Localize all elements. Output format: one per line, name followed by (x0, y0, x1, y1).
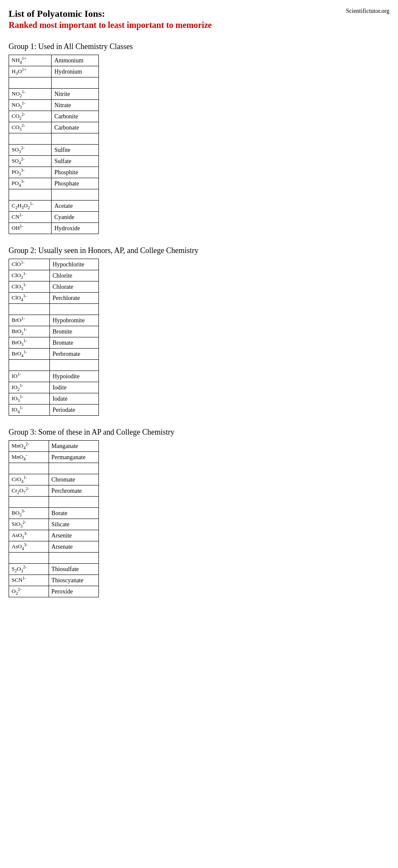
table-row: BrO1-Hypobromite (9, 315, 99, 326)
table-row: SCN1-Thioscyanate (9, 575, 99, 586)
name-cell: Hypochlorite (50, 259, 99, 270)
name-cell: Bromate (50, 337, 99, 348)
name-cell: Bromite (50, 326, 99, 337)
formula-cell: IO41- (9, 404, 50, 415)
formula-cell: SO42- (9, 155, 52, 167)
name-cell: Sulfite (52, 144, 99, 155)
formula-cell: BrO21- (9, 326, 50, 337)
table-row: IO41-Periodate (9, 404, 99, 415)
table-row (9, 303, 99, 315)
table-row: ClO41-Perchlorate (9, 292, 99, 303)
formula-cell: ClO31- (9, 281, 50, 292)
name-cell: Carbonate (52, 122, 99, 133)
formula-cell (9, 496, 49, 507)
table-row: SO32-Sulfite (9, 144, 99, 155)
table-row: AsO33-Arsenite (9, 530, 99, 541)
formula-cell: C2H3O21- (9, 200, 52, 211)
formula-cell: SCN1- (9, 575, 49, 586)
table-row (9, 189, 99, 200)
name-cell: Acetate (52, 200, 99, 211)
formula-cell: BrO41- (9, 348, 50, 359)
name-cell: Hypoiodite (50, 371, 99, 382)
formula-cell: IO21- (9, 382, 50, 393)
name-cell (50, 359, 99, 371)
name-cell: Sulfate (52, 155, 99, 167)
name-cell: Chromate (49, 474, 98, 485)
table-row: Cr2O72-Perchromate (9, 485, 99, 496)
formula-cell: NO21- (9, 88, 52, 99)
table-row (9, 77, 99, 88)
table-row (9, 463, 99, 474)
formula-cell: ClO41- (9, 292, 50, 303)
site-url: Scientifictutor.org (346, 8, 389, 15)
formula-cell: S2O32- (9, 563, 49, 575)
name-cell (49, 552, 98, 563)
formula-cell: OH1- (9, 222, 52, 234)
formula-cell (9, 303, 50, 315)
table-row: BrO41-Perbromate (9, 348, 99, 359)
name-cell (49, 496, 98, 507)
name-cell: Periodate (50, 404, 99, 415)
formula-cell: CO22- (9, 111, 52, 122)
formula-cell (9, 463, 49, 474)
table-row: NO21-Nitrite (9, 88, 99, 99)
table-row: AsO43-Arsenate (9, 541, 99, 552)
name-cell: Manganate (49, 440, 98, 451)
name-cell (49, 463, 98, 474)
formula-cell: CO32- (9, 122, 52, 133)
formula-cell: H3O1+ (9, 66, 52, 77)
name-cell: Hydronium (52, 66, 99, 77)
formula-cell: BO33- (9, 507, 49, 519)
table-row: OH1-Hydroxide (9, 222, 99, 234)
formula-cell: O22- (9, 586, 49, 597)
formula-cell: BrO31- (9, 337, 50, 348)
formula-cell: CrO41- (9, 474, 49, 485)
formula-cell: Cr2O72- (9, 485, 49, 496)
table-row: BrO21-Bromite (9, 326, 99, 337)
group3-table: MnO42-ManganateMnO4-Permanganate CrO41-C… (9, 440, 99, 597)
name-cell: Nitrite (52, 88, 99, 99)
name-cell: Perchromate (49, 485, 98, 496)
table-row: MnO42-Manganate (9, 440, 99, 451)
name-cell (50, 303, 99, 315)
name-cell (52, 77, 99, 88)
table-row: NH41+Ammonium (9, 55, 99, 66)
formula-cell (9, 133, 52, 144)
page-header: List of Polyatomic Ions: Ranked most imp… (9, 8, 389, 30)
group2-heading: Group 2: Usually seen in Honors, AP, and… (9, 246, 389, 255)
formula-cell (9, 77, 52, 88)
name-cell: Phosphite (52, 167, 99, 178)
table-row (9, 496, 99, 507)
table-row: O22-Peroxide (9, 586, 99, 597)
table-row: CO22-Carbonite (9, 111, 99, 122)
page-title: List of Polyatomic Ions: (9, 8, 212, 20)
table-row: IO31-Iodate (9, 393, 99, 404)
formula-cell: CN1- (9, 211, 52, 222)
formula-cell: MnO42- (9, 440, 49, 451)
formula-cell: NH41+ (9, 55, 52, 66)
table-row: C2H3O21-Acetate (9, 200, 99, 211)
table-row: BO33-Borate (9, 507, 99, 519)
name-cell: Iodate (50, 393, 99, 404)
name-cell: Hydroxide (52, 222, 99, 234)
name-cell: Perbromate (50, 348, 99, 359)
formula-cell: SiO32- (9, 519, 49, 530)
table-row: PO33-Phosphite (9, 167, 99, 178)
table-row (9, 552, 99, 563)
table-row: CN1-Cyanide (9, 211, 99, 222)
table-row: CrO41-Chromate (9, 474, 99, 485)
table-row: ClO21-Chlorite (9, 270, 99, 281)
formula-cell: ClO1- (9, 259, 50, 270)
name-cell: Hypobromite (50, 315, 99, 326)
name-cell: Silicate (49, 519, 98, 530)
name-cell: Iodite (50, 382, 99, 393)
table-row: ClO31-Chlorate (9, 281, 99, 292)
formula-cell: BrO1- (9, 315, 50, 326)
formula-cell: MnO4- (9, 451, 49, 463)
name-cell: Perchlorate (50, 292, 99, 303)
name-cell: Thiosulfate (49, 563, 98, 575)
formula-cell: SO32- (9, 144, 52, 155)
group3-heading: Group 3: Some of these in AP and College… (9, 428, 389, 437)
name-cell: Chlorite (50, 270, 99, 281)
table-row: H3O1+Hydronium (9, 66, 99, 77)
